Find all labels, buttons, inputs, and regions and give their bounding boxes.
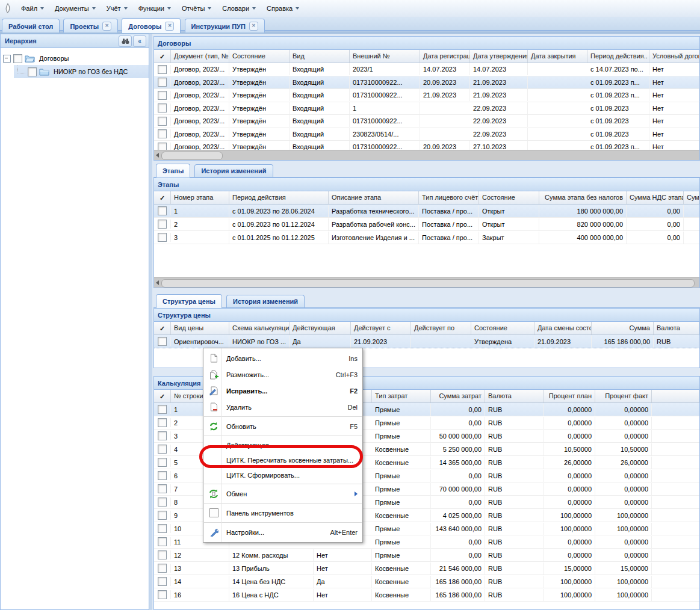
row-checkbox[interactable] [158, 471, 167, 480]
menu-item[interactable]: Исправить...F2 [203, 383, 362, 399]
column-header[interactable]: Дата утверждения [470, 50, 528, 63]
column-header[interactable]: Сумма НДС этапа [627, 191, 684, 204]
column-header[interactable]: Период действия [229, 191, 329, 204]
row-checkbox[interactable] [158, 117, 167, 126]
row-checkbox[interactable] [158, 484, 167, 493]
row-checkbox[interactable] [158, 498, 167, 507]
tab-history[interactable]: История изменений [194, 164, 273, 177]
row-checkbox[interactable] [158, 233, 167, 242]
menubar-item-Справка[interactable]: Справка [261, 2, 305, 14]
table-row[interactable]: 2с 01.09.2023 по 01.12.2024Разработка ра… [154, 218, 699, 231]
table-row[interactable]: Ориентировоч...НИОКР по ГОЗ ...Да21.09.2… [154, 335, 699, 348]
menu-item[interactable]: Панель инструментов [203, 505, 362, 521]
tab-projects[interactable]: Проекты✕ [63, 19, 118, 32]
column-header[interactable]: Состояние [479, 191, 539, 204]
column-header[interactable]: Вид [290, 50, 350, 63]
row-checkbox[interactable] [158, 337, 167, 346]
node-checkbox[interactable] [13, 54, 22, 63]
column-header[interactable]: Документ (тип, № [171, 50, 229, 63]
tree-node-niokr[interactable]: НИОКР по ГОЗ без НДС [14, 65, 149, 78]
table-row[interactable]: 1212 Комм. расходыНетПрямые0,00RUB0,0000… [154, 549, 699, 562]
select-all-checkmark[interactable]: ✓ [154, 50, 171, 63]
table-row[interactable]: Договор, 2023/...УтверждёнВходящий017310… [154, 115, 699, 128]
column-header[interactable]: Сумма этапа без налогов [539, 191, 627, 204]
row-checkbox[interactable] [158, 590, 167, 599]
node-checkbox[interactable] [28, 67, 37, 76]
select-all-checkmark[interactable]: ✓ [154, 390, 171, 402]
column-header[interactable]: Дата закрытия [528, 50, 587, 63]
column-header[interactable]: Состояние [229, 50, 290, 63]
scroll-left-arrow-icon[interactable] [154, 150, 160, 160]
tab-desktop[interactable]: Рабочий стол [2, 19, 60, 32]
column-header[interactable]: Схема калькуляци [229, 322, 290, 334]
column-header[interactable]: Процент план [544, 390, 595, 402]
table-row[interactable]: 1414 Цена без НДСДаКосвенные165 186 000,… [154, 575, 699, 588]
row-checkbox[interactable] [158, 103, 167, 112]
table-row[interactable]: Договор, 2023/...УтверждёнВходящий017310… [154, 76, 699, 90]
collapse-button[interactable]: « [133, 35, 146, 47]
table-row[interactable]: Договор, 2023/...УтверждёнВходящий230823… [154, 128, 699, 141]
table-row[interactable]: 1616 Цена с НДСНетКосвенные165 186 000,0… [154, 588, 699, 602]
column-header[interactable]: Период действия.. [587, 50, 649, 63]
column-header[interactable]: Сумма затрат [431, 390, 485, 402]
row-checkbox[interactable] [158, 550, 167, 559]
table-row[interactable]: Договор, 2023/...УтверждёнВходящий017310… [154, 89, 699, 102]
column-header[interactable] [652, 390, 699, 402]
row-checkbox[interactable] [158, 431, 167, 440]
horizontal-scrollbar[interactable] [154, 277, 699, 288]
column-header[interactable]: Действующая [290, 322, 351, 334]
column-header[interactable]: Номер этапа [171, 191, 229, 204]
select-all-checkmark[interactable]: ✓ [154, 191, 171, 204]
column-header[interactable]: Состояние [471, 322, 534, 334]
table-row[interactable]: Договор, 2023/...УтверждёнВходящий2023/1… [154, 63, 699, 76]
column-header[interactable]: Условный догов [649, 50, 699, 63]
column-header[interactable]: Валюта [485, 390, 544, 402]
menu-item[interactable]: Добавить...Ins [203, 350, 362, 366]
menu-item[interactable]: Размножить...Ctrl+F3 [203, 366, 362, 383]
tab-price-structure[interactable]: Структура цены [156, 294, 222, 308]
row-checkbox[interactable] [158, 445, 167, 454]
close-icon[interactable]: ✕ [102, 22, 111, 31]
column-header[interactable]: Дата смены состоя [534, 322, 592, 334]
scroll-left-arrow-icon[interactable] [154, 278, 160, 288]
menubar-item-Учёт[interactable]: Учёт [101, 2, 133, 14]
expander-icon[interactable] [3, 55, 11, 63]
row-checkbox[interactable] [158, 129, 167, 138]
scrollbar-thumb[interactable] [161, 279, 695, 288]
close-icon[interactable]: ✕ [165, 22, 174, 31]
row-checkbox[interactable] [158, 418, 167, 427]
row-checkbox[interactable] [158, 78, 167, 87]
column-header[interactable]: Вид цены [171, 322, 229, 334]
row-checkbox[interactable] [158, 65, 167, 74]
menubar-item-Функции[interactable]: Функции [133, 2, 176, 14]
column-header[interactable]: Тип затрат [372, 390, 431, 402]
menubar-item-Отчёты[interactable]: Отчёты [176, 2, 217, 14]
column-header[interactable]: Дата регистрации. [420, 50, 470, 63]
column-header[interactable]: Внешний № [350, 50, 420, 63]
column-header[interactable]: Валюта [654, 322, 699, 334]
column-header[interactable]: Сум [684, 191, 699, 204]
table-row[interactable]: 1313 ПрибыльНетКосвенные21 546 000,00RUB… [154, 562, 699, 575]
search-button[interactable] [119, 35, 132, 47]
menubar-item-Файл[interactable]: Файл [16, 2, 49, 14]
table-row[interactable]: 1с 01.09.2023 по 28.06.2024Разработка те… [154, 205, 699, 218]
horizontal-scrollbar[interactable] [154, 150, 699, 160]
column-header[interactable]: Сумма [592, 322, 654, 334]
menu-item[interactable]: Обмен [203, 485, 362, 502]
tab-instructions[interactable]: Инструкции ПУП✕ [185, 19, 265, 32]
row-checkbox[interactable] [158, 206, 167, 215]
row-checkbox[interactable] [158, 91, 167, 100]
tab-contracts[interactable]: Договоры✕ [122, 18, 181, 33]
column-header[interactable]: Процент факт [595, 390, 652, 402]
select-all-checkmark[interactable]: ✓ [154, 322, 171, 334]
menu-item[interactable]: ОбновитьF5 [203, 418, 362, 434]
column-header[interactable]: Тип лицевого счёт [419, 191, 479, 204]
menu-item[interactable]: Настройки...Alt+Enter [203, 524, 362, 540]
tree-node-contracts[interactable]: Договоры [3, 52, 149, 65]
row-checkbox[interactable] [158, 577, 167, 586]
row-checkbox[interactable] [158, 537, 167, 546]
row-checkbox[interactable] [158, 220, 167, 229]
row-checkbox[interactable] [158, 511, 167, 520]
column-header[interactable]: Действует по [411, 322, 471, 334]
column-header[interactable]: Описание этапа [329, 191, 419, 204]
